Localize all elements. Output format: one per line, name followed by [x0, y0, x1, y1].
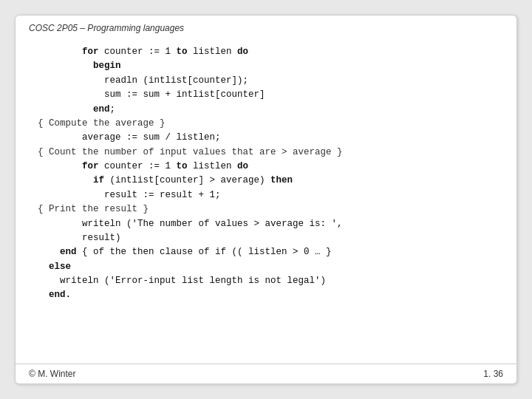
code-line: writeln ('The number of values > average…: [38, 217, 494, 231]
code-line: sum := sum + intlist[counter]: [38, 88, 494, 102]
header-title: COSC 2P05 – Programming languages: [29, 23, 184, 33]
code-comment-compute-average: { Compute the average }: [38, 117, 494, 131]
code-line: end { of the then clause of if (( listle…: [38, 245, 494, 259]
code-line: begin: [38, 59, 494, 73]
code-line: end;: [38, 103, 494, 117]
code-comment-count-number: { Count the number of input values that …: [38, 146, 494, 160]
code-line: result): [38, 231, 494, 245]
slide-container: COSC 2P05 – Programming languages for co…: [15, 15, 517, 384]
code-line: average := sum / listlen;: [38, 131, 494, 145]
slide-content: for counter := 1 to listlen do begin rea…: [16, 38, 516, 364]
slide-footer: © M. Winter 1. 36: [16, 364, 516, 383]
slide-header: COSC 2P05 – Programming languages: [16, 16, 516, 38]
code-line: else: [38, 260, 494, 274]
code-line: for counter := 1 to listlen do: [38, 45, 494, 59]
footer-page-number: 1. 36: [483, 369, 503, 379]
code-line: if (intlist[counter] > average) then: [38, 174, 494, 188]
footer-copyright: © M. Winter: [29, 369, 76, 379]
code-line: readln (intlist[counter]);: [38, 74, 494, 88]
code-line: result := result + 1;: [38, 188, 494, 202]
code-line: writeln ('Error-input list length is not…: [38, 274, 494, 288]
code-line: end.: [38, 288, 494, 302]
code-line: for counter := 1 to listlen do: [38, 160, 494, 174]
code-comment-print-result: { Print the result }: [38, 202, 494, 216]
